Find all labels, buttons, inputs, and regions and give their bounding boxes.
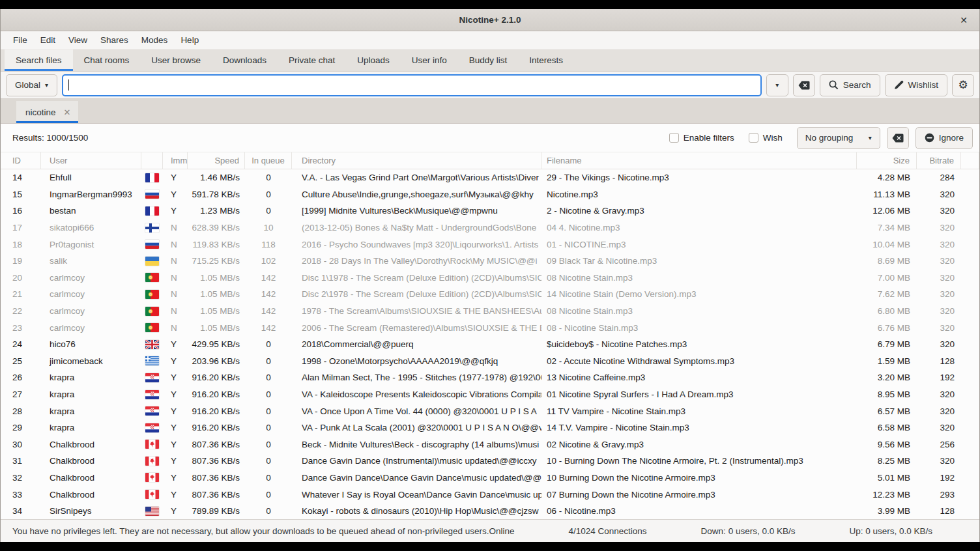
- table-row[interactable]: 31 Chalkbrood Y 807.36 KB/s 0 Dance Gavi…: [1, 453, 979, 470]
- table-row[interactable]: 24 hico76 Y 429.95 KB/s 0 2018\Commercia…: [1, 336, 979, 353]
- grouping-dropdown[interactable]: No grouping ▾: [797, 127, 880, 149]
- table-row[interactable]: 34 SirSnipeys Y 789.89 KB/s 0 Kokayi - r…: [1, 503, 979, 520]
- cell-directory: 1978 - The Scream\Albums\SIOUXSIE & THE …: [292, 303, 541, 320]
- table-row[interactable]: 25 jimicomeback Y 203.96 KB/s 0 1998 - O…: [1, 353, 979, 370]
- tab-buddy-list[interactable]: Buddy list: [458, 49, 519, 71]
- search-mode-dropdown[interactable]: Global ▾: [6, 74, 57, 96]
- status-connections: 4/1024 Connections: [569, 526, 647, 536]
- table-row[interactable]: 22 carlmcoy N 1.05 MB/s 142 1978 - The S…: [1, 303, 979, 320]
- pencil-icon: [894, 80, 904, 90]
- column-header-speed[interactable]: Speed: [188, 152, 245, 169]
- cell-bitrate: 320: [917, 419, 961, 436]
- cell-immediate: Y: [163, 436, 188, 453]
- cell-user: Chalkbrood: [41, 453, 141, 470]
- menu-shares[interactable]: Shares: [94, 31, 135, 49]
- column-header-bitrate[interactable]: Bitrate: [917, 152, 961, 169]
- table-row[interactable]: 16 bestan Y 1.23 MB/s 0 [1999] Midnite V…: [1, 203, 979, 219]
- column-header-filename[interactable]: Filename: [541, 152, 857, 169]
- table-row[interactable]: 18 Pr0tagonist N 119.83 KB/s 118 2016 - …: [1, 236, 979, 253]
- cell-speed: 119.83 KB/s: [188, 236, 245, 253]
- tab-chat-rooms[interactable]: Chat rooms: [73, 49, 141, 71]
- wishlist-button[interactable]: Wishlist: [885, 74, 948, 96]
- cell-user: IngmarBergman9993: [41, 186, 141, 203]
- cell-in-queue: 0: [245, 369, 292, 386]
- cell-in-queue: 142: [245, 286, 292, 303]
- column-header-user[interactable]: User: [41, 152, 141, 169]
- cell-id: 32: [1, 470, 41, 487]
- clear-search-button[interactable]: [793, 74, 815, 96]
- table-row[interactable]: 32 Chalkbrood Y 807.36 KB/s 0 Dance Gavi…: [1, 470, 979, 487]
- table-row[interactable]: 15 IngmarBergman9993 Y 591.78 KB/s 0 Cul…: [1, 186, 979, 203]
- tab-interests[interactable]: Interests: [518, 49, 574, 71]
- country-flag-icon: [141, 419, 163, 436]
- cell-filename: 10 Burning Down the Nicotine Armoire.mp3: [541, 470, 857, 487]
- cell-filename: 08 - Nicotine Stain.mp3: [541, 319, 857, 336]
- cell-in-queue: 0: [245, 386, 292, 403]
- cell-bitrate: 192: [917, 369, 961, 386]
- column-header-size[interactable]: Size: [857, 152, 917, 169]
- tab-user-browse[interactable]: User browse: [140, 49, 212, 71]
- table-row[interactable]: 33 Chalkbrood Y 807.36 KB/s 0 Whatever I…: [1, 486, 979, 503]
- table-row[interactable]: 19 salik N 715.25 KB/s 102 2018 - 28 Day…: [1, 253, 979, 270]
- menu-view[interactable]: View: [62, 31, 94, 49]
- cell-user: carlmcoy: [41, 319, 141, 336]
- cell-bitrate: 320: [917, 236, 961, 253]
- close-icon[interactable]: ✕: [64, 107, 71, 117]
- table-row[interactable]: 26 krapra Y 916.20 KB/s 0 Alan Milman Se…: [1, 369, 979, 386]
- table-row[interactable]: 27 krapra Y 916.20 KB/s 0 VA - Kaleidosc…: [1, 386, 979, 403]
- menu-edit[interactable]: Edit: [34, 31, 62, 49]
- status-bar: You have no privileges left. They are no…: [1, 519, 979, 542]
- cell-speed: 916.20 KB/s: [188, 419, 245, 436]
- column-header-id[interactable]: ID: [1, 152, 41, 169]
- menu-help[interactable]: Help: [174, 31, 205, 49]
- table-row[interactable]: 17 sikatopi666 N 628.39 KB/s 10 (2013-12…: [1, 219, 979, 236]
- cell-immediate: Y: [163, 353, 188, 370]
- results-count: Results: 1000/1500: [12, 133, 88, 143]
- table-row[interactable]: 20 carlmcoy N 1.05 MB/s 142 Disc 1\1978 …: [1, 270, 979, 287]
- checkbox-icon[interactable]: [669, 133, 679, 143]
- wish-checkbox[interactable]: Wish: [749, 133, 783, 143]
- clear-results-button[interactable]: [887, 127, 909, 149]
- table-row[interactable]: 30 Chalkbrood Y 807.36 KB/s 0 Beck - Mid…: [1, 436, 979, 453]
- table-row[interactable]: 14 Ehfull Y 1.46 MB/s 0 V.A. - Las Vegas…: [1, 169, 979, 186]
- column-header-in-queue[interactable]: In queue: [245, 152, 292, 169]
- cell-user: carlmcoy: [41, 270, 141, 287]
- privileges-message: You have no privileges left. They are no…: [12, 526, 489, 536]
- cell-in-queue: 102: [245, 253, 292, 270]
- cell-filename: 09 Black Tar & Nicotine.mp3: [541, 253, 857, 270]
- cell-speed: 1.46 MB/s: [188, 169, 245, 186]
- search-input[interactable]: [62, 74, 762, 96]
- checkbox-icon[interactable]: [749, 133, 758, 143]
- cell-id: 31: [1, 453, 41, 470]
- column-header-country[interactable]: [141, 152, 163, 169]
- table-row[interactable]: 29 krapra Y 916.20 KB/s 0 VA - Punk At L…: [1, 419, 979, 436]
- cell-size: 6.79 MB: [857, 336, 917, 353]
- enable-filters-checkbox[interactable]: Enable filters: [669, 133, 734, 143]
- search-history-dropdown[interactable]: ▾: [766, 74, 788, 96]
- table-row[interactable]: 28 krapra Y 916.20 KB/s 0 VA - Once Upon…: [1, 403, 979, 419]
- cell-size: 10.04 MB: [857, 236, 917, 253]
- tab-search-files[interactable]: Search files: [5, 49, 73, 71]
- cell-user: Chalkbrood: [41, 470, 141, 487]
- cell-directory: (2013-12-05) Bones & Na$ty Matt - Underg…: [292, 219, 541, 236]
- menu-file[interactable]: File: [7, 31, 34, 49]
- table-row[interactable]: 21 carlmcoy N 1.05 MB/s 142 Disc 2\1978 …: [1, 286, 979, 303]
- search-button[interactable]: Search: [820, 74, 880, 96]
- window-close-icon[interactable]: ✕: [955, 9, 973, 31]
- tab-uploads[interactable]: Uploads: [346, 49, 401, 71]
- search-tab-nicotine[interactable]: nicotine ✕: [16, 101, 78, 123]
- column-header-immediate[interactable]: Imme: [163, 152, 188, 169]
- column-header-directory[interactable]: Directory: [292, 152, 541, 169]
- ignore-button[interactable]: Ignore: [915, 127, 973, 149]
- table-row[interactable]: 23 carlmcoy N 1.05 MB/s 142 2006 - The S…: [1, 319, 979, 336]
- cell-filename: 2 - Nicotine & Gravy.mp3: [541, 203, 857, 219]
- wish-label: Wish: [763, 133, 783, 143]
- menu-modes[interactable]: Modes: [135, 31, 175, 49]
- chevron-down-icon: ▾: [775, 81, 779, 89]
- tab-private-chat[interactable]: Private chat: [278, 49, 346, 71]
- settings-button[interactable]: ⚙: [952, 74, 974, 96]
- tab-user-info[interactable]: User info: [401, 49, 458, 71]
- cell-size: 12.06 MB: [857, 203, 917, 219]
- cell-filename: 14 Nicotine Stain (Demo Version).mp3: [541, 286, 857, 303]
- tab-downloads[interactable]: Downloads: [212, 49, 278, 71]
